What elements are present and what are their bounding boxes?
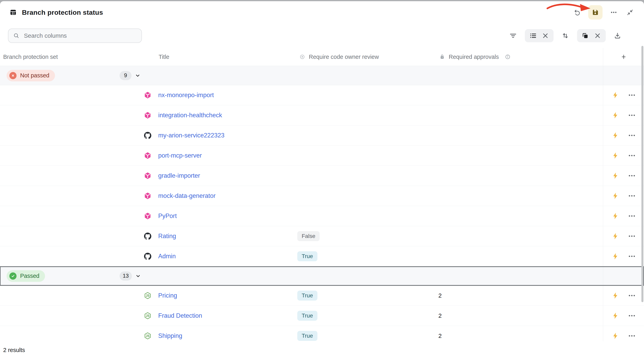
column-header-required-approvals[interactable]: Required approvals [436, 54, 603, 60]
table-row: port-mcp-server [0, 146, 644, 166]
save-button[interactable] [588, 5, 602, 20]
entity-link[interactable]: integration-healthcheck [158, 112, 222, 119]
title-cell: JS Shipping [144, 326, 295, 341]
row-menu-icon[interactable] [628, 232, 636, 240]
nodejs-icon: JS [144, 332, 152, 340]
sort-icon[interactable] [561, 31, 570, 40]
lightning-icon[interactable] [612, 152, 619, 159]
row-menu-icon[interactable] [628, 332, 636, 340]
column-header-branch-protection-set[interactable]: Branch protection set [0, 54, 144, 60]
column-header-title[interactable]: Title [144, 54, 295, 60]
table-row: JS Fraud Detection True 2 [0, 306, 644, 326]
row-menu-icon[interactable] [628, 152, 636, 160]
table-body: Not passed 9 nx-monorepo-import [0, 66, 644, 341]
search-box[interactable] [8, 29, 142, 43]
entity-link[interactable]: gradle-importer [158, 172, 200, 179]
group-count-wrap: 13 [120, 271, 141, 281]
branch-protection-set-cell [0, 306, 144, 326]
code-owner-review-cell [295, 105, 436, 125]
title-cell: PyPort [144, 206, 295, 226]
group-count-badge: 9 [120, 71, 132, 80]
column-header-require-code-owner-review[interactable]: Require code owner review [295, 54, 436, 60]
download-icon[interactable] [613, 31, 622, 40]
row-menu-icon[interactable] [628, 212, 636, 220]
add-column-button[interactable] [603, 48, 644, 66]
port-icon [144, 112, 152, 119]
lightning-icon[interactable] [612, 312, 619, 319]
lightning-icon[interactable] [612, 232, 619, 240]
list-view-icon[interactable] [529, 32, 537, 40]
group-count-badge: 13 [120, 271, 132, 281]
group-row-not-passed[interactable]: Not passed 9 [0, 66, 644, 85]
title-cell: Rating [144, 226, 295, 246]
lightning-icon[interactable] [612, 212, 619, 220]
branch-protection-set-cell [0, 166, 144, 186]
lightning-icon[interactable] [612, 292, 619, 299]
clear-view-icon[interactable] [542, 32, 549, 40]
row-menu-icon[interactable] [628, 312, 636, 320]
entity-link[interactable]: mock-data-generator [158, 192, 216, 199]
required-approvals-cell [436, 125, 603, 145]
github-icon [144, 232, 152, 240]
entity-link[interactable]: port-mcp-server [158, 152, 202, 159]
chevron-down-icon[interactable] [135, 73, 141, 79]
entity-link[interactable]: my-arion-service222323 [158, 132, 224, 139]
row-menu-icon[interactable] [628, 91, 636, 99]
code-owner-review-cell [295, 186, 436, 206]
code-owner-review-cell [295, 146, 436, 166]
lightning-icon[interactable] [612, 132, 619, 139]
chevron-down-icon[interactable] [135, 273, 141, 279]
branch-protection-set-cell [0, 326, 144, 341]
lightning-icon[interactable] [612, 172, 619, 180]
port-icon [144, 212, 152, 220]
entity-link[interactable]: Admin [158, 253, 176, 260]
entity-link[interactable]: Fraud Detection [158, 312, 202, 319]
group-by-icon[interactable] [582, 32, 589, 40]
lightning-icon[interactable] [612, 332, 619, 340]
row-menu-icon[interactable] [628, 131, 636, 139]
info-icon[interactable] [505, 54, 511, 60]
title-cell: integration-healthcheck [144, 105, 295, 125]
add-column-icon [621, 54, 627, 60]
row-menu-icon[interactable] [628, 252, 636, 260]
entity-link[interactable]: Rating [158, 233, 176, 240]
collapse-icon[interactable] [625, 7, 635, 18]
code-owner-review-cell [295, 85, 436, 105]
group-label: Not passed [20, 72, 50, 79]
entity-link[interactable]: PyPort [158, 212, 177, 220]
required-approvals-cell [436, 166, 603, 186]
undo-icon[interactable] [572, 7, 582, 18]
lightning-icon[interactable] [612, 112, 619, 119]
row-menu-icon[interactable] [628, 292, 636, 299]
filter-icon[interactable] [508, 31, 518, 40]
code-owner-review-cell: False [295, 226, 436, 246]
group-status-badge: Not passed [6, 70, 55, 81]
entity-link[interactable]: Shipping [158, 332, 182, 339]
lightning-icon[interactable] [612, 252, 619, 260]
required-approvals-cell [436, 146, 603, 166]
lightning-icon[interactable] [612, 91, 619, 99]
toolbar [0, 24, 644, 48]
entity-link[interactable]: nx-monorepo-import [158, 92, 214, 99]
row-menu-icon[interactable] [628, 192, 636, 200]
row-menu-icon[interactable] [628, 111, 636, 119]
row-menu-icon[interactable] [628, 172, 636, 180]
group-row-main: Passed 13 [0, 266, 603, 285]
entity-link[interactable]: Pricing [158, 292, 177, 299]
clear-group-icon[interactable] [594, 32, 601, 40]
more-options-icon[interactable] [608, 7, 619, 18]
group-row-passed[interactable]: Passed 13 [0, 266, 644, 286]
required-approvals-cell: 2 [436, 326, 603, 341]
code-owner-review-cell [295, 125, 436, 145]
row-actions-cell [603, 326, 644, 341]
table-row: integration-healthcheck [0, 105, 644, 125]
table-row: PyPort [0, 206, 644, 226]
row-actions-cell [603, 166, 644, 186]
table-widget-icon [10, 9, 17, 16]
search-input[interactable] [24, 32, 137, 39]
branch-protection-set-cell [0, 246, 144, 266]
lightning-icon[interactable] [612, 192, 619, 200]
branch-protection-set-cell [0, 85, 144, 105]
vertical-scrollbar[interactable] [642, 46, 644, 302]
branch-protection-set-cell [0, 226, 144, 246]
